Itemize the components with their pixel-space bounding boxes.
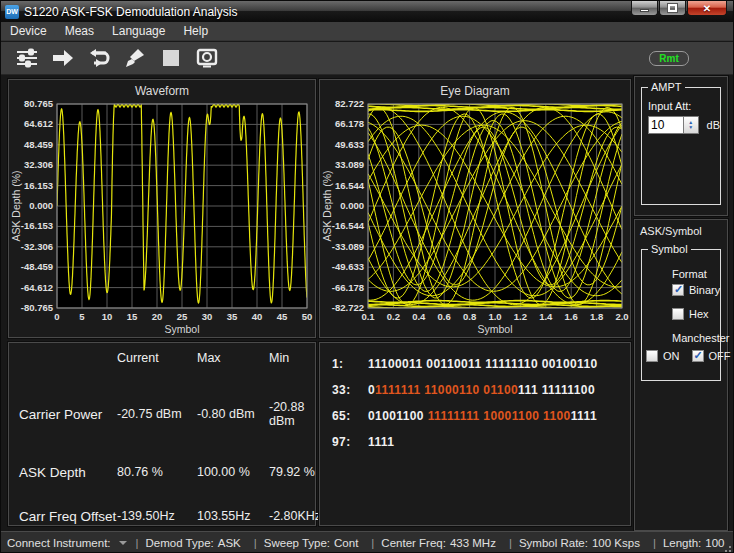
bit-segment: 1111111 11000110 01100 — [375, 383, 518, 397]
carr-freq-offset-current: -139.50Hz — [117, 509, 197, 523]
col-header-current: Current — [117, 351, 197, 385]
svg-text:0.1: 0.1 — [361, 311, 375, 322]
status-label: Sweep Type: — [264, 537, 330, 549]
status-label: Length: — [663, 537, 701, 549]
manchester-off-checkbox[interactable] — [692, 350, 704, 362]
status-value: 100 Ksps — [592, 537, 640, 549]
maximize-button[interactable] — [659, 1, 686, 16]
svg-text:-48.459: -48.459 — [21, 261, 53, 272]
svg-text:Symbol: Symbol — [477, 323, 512, 335]
manchester-on-label: ON — [663, 350, 680, 362]
bit-segment: 1111 — [571, 409, 597, 423]
svg-text:35: 35 — [227, 311, 238, 322]
status-label: Connect Instrument: — [7, 537, 111, 549]
hex-checkbox[interactable] — [672, 308, 684, 320]
svg-text:33.089: 33.089 — [335, 159, 364, 170]
svg-text:-33.089: -33.089 — [332, 241, 364, 252]
status-separator: | — [509, 537, 512, 549]
svg-text:Symbol: Symbol — [164, 323, 199, 335]
svg-text:1.2: 1.2 — [514, 311, 527, 322]
carrier-power-current: -20.75 dBm — [117, 407, 197, 421]
svg-text:45: 45 — [277, 311, 288, 322]
status-separator: | — [136, 537, 139, 549]
minimize-button[interactable] — [631, 1, 658, 16]
waveform-chart[interactable]: 80.76564.61248.45932.30616.1530.000-16.1… — [10, 100, 314, 336]
svg-text:20: 20 — [152, 311, 163, 322]
symbol-group-title: Symbol — [648, 243, 691, 255]
menu-help[interactable]: Help — [174, 22, 217, 41]
svg-text:80.765: 80.765 — [24, 100, 54, 109]
svg-text:-16.153: -16.153 — [21, 220, 53, 231]
svg-text:0.8: 0.8 — [463, 311, 476, 322]
close-button[interactable]: ✕ — [687, 1, 727, 16]
chevron-down-icon[interactable] — [119, 541, 127, 545]
menu-device[interactable]: Device — [1, 22, 56, 41]
svg-text:-49.633: -49.633 — [332, 261, 364, 272]
toolbar: Rmt — [1, 42, 733, 75]
bit-line-33: 33: 0 1111111 11000110 01100 111 1111110… — [332, 383, 630, 397]
svg-text:16.153: 16.153 — [24, 180, 53, 191]
input-att-field[interactable] — [648, 116, 684, 134]
eye-diagram-title: Eye Diagram — [320, 80, 630, 98]
status-value: 433 MHz — [450, 537, 496, 549]
eye-diagram-panel: Eye Diagram 82.72266.17849.63333.08916.5… — [319, 79, 631, 338]
svg-text:48.459: 48.459 — [24, 139, 53, 150]
input-att-stepper[interactable]: ▲ ▼ — [684, 116, 699, 134]
clear-button[interactable] — [117, 44, 153, 72]
svg-text:25: 25 — [177, 311, 188, 322]
hex-label: Hex — [689, 308, 709, 320]
screenshot-camera-icon — [195, 47, 219, 69]
bit-line-1: 1: 11100011 00110011 11111110 00100110 — [332, 357, 630, 371]
svg-text:32.306: 32.306 — [24, 159, 53, 170]
manchester-off-label: OFF — [709, 350, 731, 362]
resize-grip[interactable] — [721, 542, 731, 552]
svg-text:15: 15 — [127, 311, 138, 322]
ask-depth-current: 80.76 % — [117, 465, 197, 479]
row-label-carrier-power: Carrier Power — [19, 407, 117, 422]
svg-text:0.000: 0.000 — [340, 200, 364, 211]
bit-line-97: 97: 1111 — [332, 435, 630, 449]
screenshot-button[interactable] — [189, 44, 225, 72]
settings-sliders-button[interactable] — [9, 44, 45, 72]
bit-segment: 111 11111100 — [518, 383, 595, 397]
svg-text:-32.306: -32.306 — [21, 241, 53, 252]
settings-sliders-icon — [15, 47, 39, 69]
menu-meas[interactable]: Meas — [56, 22, 103, 41]
svg-text:-16.544: -16.544 — [332, 220, 365, 231]
eye-diagram-chart[interactable]: 82.72266.17849.63333.08916.5440.000-16.5… — [321, 100, 629, 336]
status-label: Symbol Rate: — [519, 537, 588, 549]
binary-label: Binary — [689, 284, 720, 296]
continuous-sweep-button[interactable] — [81, 44, 117, 72]
svg-text:66.178: 66.178 — [335, 118, 364, 129]
title-bar[interactable]: DW S1220 ASK-FSK Demodulation Analysis ✕ — [1, 1, 733, 22]
status-separator: | — [653, 537, 656, 549]
svg-text:5: 5 — [79, 311, 85, 322]
svg-text:-66.178: -66.178 — [332, 282, 364, 293]
manchester-on-checkbox[interactable] — [646, 350, 658, 362]
continuous-loop-icon — [86, 48, 112, 68]
svg-text:0.6: 0.6 — [438, 311, 451, 322]
single-sweep-button[interactable] — [45, 44, 81, 72]
stop-square-icon — [161, 48, 181, 68]
status-separator: | — [371, 537, 374, 549]
status-symbol-rate: Symbol Rate: 100 Ksps — [519, 537, 646, 549]
bit-line-index: 1: — [332, 357, 368, 371]
minimize-icon — [640, 9, 649, 12]
svg-text:49.633: 49.633 — [335, 139, 364, 150]
row-label-ask-depth: ASK Depth — [19, 465, 117, 480]
ampt-group-title: AMPT — [648, 81, 685, 93]
menu-language[interactable]: Language — [103, 22, 174, 41]
bit-line-index: 97: — [332, 435, 368, 449]
status-center-freq: Center Freq: 433 MHz — [381, 537, 502, 549]
waveform-title: Waveform — [9, 80, 315, 98]
stop-button[interactable] — [153, 44, 189, 72]
measurements-panel: Current Max Min Carrier Power -20.75 dBm… — [8, 342, 316, 526]
symbol-groupbox: Symbol Format Binary Hex Manchester ON O… — [641, 249, 721, 381]
status-connect-instrument[interactable]: Connect Instrument: — [7, 537, 129, 549]
status-demod-type: Demod Type: ASK — [146, 537, 247, 549]
svg-text:30: 30 — [202, 311, 213, 322]
status-label: Center Freq: — [381, 537, 446, 549]
svg-text:2.0: 2.0 — [615, 311, 628, 322]
status-value: ASK — [218, 537, 241, 549]
binary-checkbox[interactable] — [672, 284, 684, 296]
